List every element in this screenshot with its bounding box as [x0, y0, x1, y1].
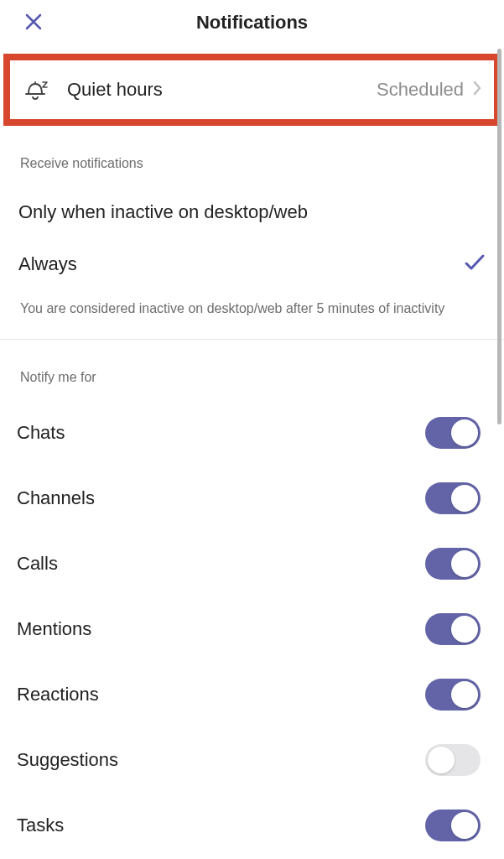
toggle-channels[interactable]	[425, 482, 481, 514]
option-inactive-desktop[interactable]: Only when inactive on desktop/web	[18, 186, 486, 238]
toggle-label: Chats	[17, 422, 65, 444]
inactive-info-text: You are considered inactive on desktop/w…	[18, 290, 486, 339]
toggle-row-tasks: Tasks	[0, 793, 504, 858]
quiet-hours-label: Quiet hours	[67, 79, 377, 101]
close-icon	[23, 12, 44, 32]
toggle-label: Suggestions	[17, 749, 118, 771]
toggle-label: Calls	[17, 553, 58, 575]
toggle-knob	[451, 616, 478, 643]
toggle-row-calls: Calls	[0, 531, 504, 596]
option-label: Always	[18, 253, 77, 275]
chevron-right-icon	[472, 80, 482, 100]
toggle-calls[interactable]	[425, 548, 481, 580]
toggle-suggestions[interactable]	[425, 744, 481, 776]
toggle-row-chats: Chats	[0, 400, 504, 466]
toggle-mentions[interactable]	[425, 613, 481, 645]
toggle-knob	[428, 747, 455, 773]
bell-snooze-icon	[23, 75, 49, 104]
page-title: Notifications	[17, 12, 487, 34]
header: Notifications	[0, 0, 504, 49]
toggle-knob	[451, 550, 478, 577]
toggle-label: Channels	[17, 487, 95, 509]
toggle-label: Reactions	[17, 684, 99, 705]
toggle-label: Tasks	[17, 815, 64, 836]
toggle-chats[interactable]	[425, 417, 481, 449]
toggle-row-channels: Channels	[0, 466, 504, 531]
toggle-knob	[451, 485, 478, 512]
checkmark-icon	[464, 253, 486, 275]
toggle-row-mentions: Mentions	[0, 596, 504, 662]
toggle-row-reactions: Reactions	[0, 662, 504, 727]
receive-notifications-section: Receive notifications Only when inactive…	[0, 126, 504, 339]
scrollbar[interactable]	[497, 49, 501, 424]
option-always[interactable]: Always	[18, 238, 486, 290]
receive-section-header: Receive notifications	[18, 126, 486, 186]
quiet-hours-value: Scheduled	[377, 79, 464, 101]
notify-toggle-list: ChatsChannelsCallsMentionsReactionsSugge…	[0, 400, 504, 858]
option-label: Only when inactive on desktop/web	[18, 201, 308, 223]
quiet-hours-highlight: Quiet hours Scheduled	[3, 54, 501, 126]
toggle-label: Mentions	[17, 618, 91, 640]
toggle-knob	[451, 681, 478, 708]
toggle-tasks[interactable]	[425, 810, 481, 841]
quiet-hours-row[interactable]: Quiet hours Scheduled	[10, 60, 494, 119]
toggle-knob	[451, 812, 478, 839]
notify-section-header: Notify me for	[0, 340, 504, 400]
toggle-row-suggestions: Suggestions	[0, 727, 504, 793]
close-button[interactable]	[23, 12, 44, 32]
toggle-reactions[interactable]	[425, 679, 481, 711]
toggle-knob	[451, 419, 478, 446]
